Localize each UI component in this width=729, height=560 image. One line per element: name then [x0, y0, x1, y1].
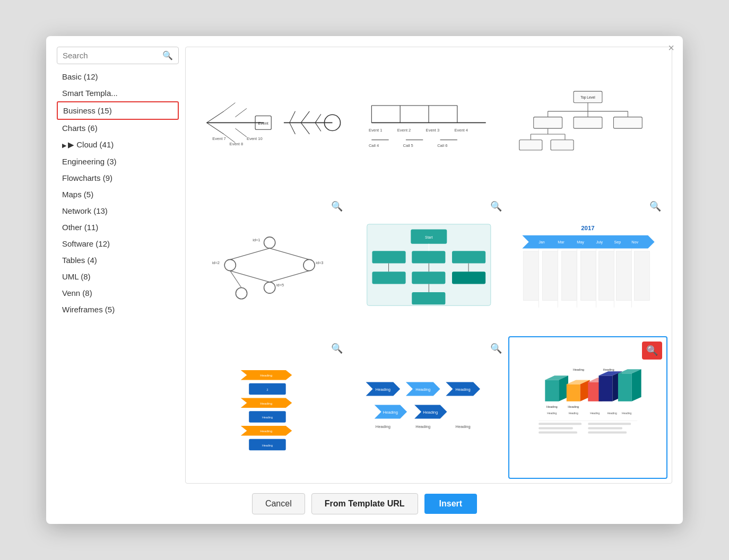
svg-rect-76 [452, 272, 485, 284]
svg-text:Call 5: Call 5 [403, 143, 413, 148]
template-card-barchart[interactable]: 🔍 Heading Heading Heading [508, 336, 667, 479]
svg-rect-77 [412, 292, 445, 304]
svg-text:Event 10: Event 10 [247, 136, 263, 141]
svg-rect-145 [618, 373, 632, 401]
sidebar-item-cloud[interactable]: ▶ Cloud (41) [57, 136, 179, 153]
template-card-org[interactable]: Top Level [508, 51, 667, 194]
svg-line-13 [301, 111, 309, 123]
svg-line-2 [207, 122, 224, 134]
template-card-network[interactable]: 🔍 id=1 id=2 i [190, 194, 349, 337]
svg-text:Event 2: Event 2 [397, 127, 411, 132]
template-grid: Event Event 7 Event 8 Event 10 [185, 47, 672, 484]
search-input[interactable] [63, 51, 162, 60]
template-preview-flowchart: Start [354, 220, 503, 310]
insert-button[interactable]: Insert [424, 494, 478, 514]
zoom-icon-flowchart[interactable]: 🔍 [489, 199, 503, 213]
template-preview-event: Event 1 Event 2 Event 3 Event 4 Call 4 C… [354, 77, 503, 168]
sidebar-item-venn[interactable]: Venn (8) [57, 285, 179, 301]
sidebar-item-software[interactable]: Software (12) [57, 235, 179, 252]
zoom-icon-network[interactable]: 🔍 [330, 199, 344, 213]
svg-rect-158 [588, 427, 622, 429]
svg-rect-71 [372, 251, 405, 263]
sidebar-item-flowcharts[interactable]: Flowcharts (9) [57, 170, 179, 186]
zoom-icon-process[interactable]: 🔍 [330, 342, 344, 355]
template-card-event[interactable]: Event 1 Event 2 Event 3 Event 4 Call 4 C… [349, 51, 508, 194]
svg-text:Jan: Jan [539, 240, 545, 244]
dialog-body: 🔍 Basic (12)Smart Templa...Business (15)… [46, 36, 683, 484]
sidebar-item-other[interactable]: Other (11) [57, 219, 179, 235]
svg-line-5 [235, 108, 247, 117]
svg-rect-72 [412, 251, 445, 263]
svg-text:Heading: Heading [568, 405, 579, 408]
sidebar-item-uml[interactable]: UML (8) [57, 268, 179, 285]
template-card-fishbone[interactable]: Event Event 7 Event 8 Event 10 [190, 51, 349, 194]
svg-rect-47 [613, 117, 642, 129]
svg-point-57 [264, 282, 275, 293]
close-button[interactable]: × [668, 42, 674, 53]
svg-rect-154 [539, 423, 582, 425]
svg-rect-159 [588, 431, 627, 433]
search-box: 🔍 [57, 47, 179, 64]
sidebar-item-maps[interactable]: Maps (5) [57, 186, 179, 203]
svg-line-11 [290, 111, 296, 123]
template-preview-barchart: Heading Heading Heading Heading [514, 363, 662, 453]
svg-text:Event 1: Event 1 [369, 127, 383, 132]
svg-rect-142 [598, 375, 612, 401]
svg-text:Heading: Heading [376, 424, 390, 428]
svg-rect-73 [452, 251, 485, 263]
sidebar-item-basic[interactable]: Basic (12) [57, 68, 179, 85]
sidebar-item-engineering[interactable]: Engineering (3) [57, 153, 179, 170]
svg-rect-52 [519, 140, 542, 150]
svg-text:Heading: Heading [260, 429, 273, 433]
template-preview-steps: Heading Heading Heading Heading Heading … [354, 363, 503, 453]
zoom-icon-timeline[interactable]: 🔍 [648, 199, 662, 213]
svg-rect-46 [574, 117, 602, 129]
svg-text:Event 7: Event 7 [212, 136, 226, 141]
svg-text:Heading: Heading [415, 387, 430, 391]
sidebar-item-wireframes[interactable]: Wireframes (5) [57, 301, 179, 318]
svg-text:Event 4: Event 4 [454, 127, 468, 132]
template-preview-process: Heading 2 Heading Heading Heading [195, 363, 344, 453]
svg-text:id=5: id=5 [276, 283, 284, 287]
svg-point-55 [224, 259, 236, 270]
template-card-timeline[interactable]: 🔍 2017 Jan Mar May July Sep Nov [508, 194, 667, 337]
svg-rect-102 [617, 251, 632, 301]
zoom-icon-steps[interactable]: 🔍 [489, 342, 503, 355]
svg-text:Heading: Heading [456, 387, 471, 391]
svg-text:Start: Start [425, 235, 432, 239]
svg-text:Heading: Heading [262, 416, 273, 419]
svg-text:2: 2 [267, 388, 268, 391]
sidebar-item-charts[interactable]: Charts (6) [57, 120, 179, 136]
from-template-url-button[interactable]: From Template URL [311, 493, 418, 514]
svg-text:Heading: Heading [568, 412, 578, 415]
template-card-flowchart[interactable]: 🔍 Start [349, 194, 508, 337]
svg-text:Heading: Heading [547, 412, 557, 415]
svg-rect-101 [599, 251, 614, 301]
svg-text:Event 8: Event 8 [230, 142, 244, 146]
svg-line-61 [230, 271, 270, 282]
template-card-steps[interactable]: 🔍 Heading Heading Heading Heading [349, 336, 508, 479]
svg-rect-103 [635, 251, 650, 301]
svg-rect-97 [523, 251, 539, 301]
svg-line-12 [290, 122, 296, 134]
template-card-process[interactable]: 🔍 Heading 2 Heading Heading [190, 336, 349, 479]
svg-rect-98 [542, 251, 558, 301]
sidebar-item-tables[interactable]: Tables (4) [57, 252, 179, 268]
template-preview-fishbone: Event Event 7 Event 8 Event 10 [195, 77, 344, 168]
zoom-icon-barchart[interactable]: 🔍 [642, 342, 662, 360]
cancel-button[interactable]: Cancel [252, 493, 305, 514]
svg-rect-99 [562, 251, 577, 301]
svg-marker-147 [632, 369, 641, 401]
sidebar-item-network[interactable]: Network (13) [57, 203, 179, 219]
svg-line-59 [230, 248, 270, 259]
sidebar-item-business[interactable]: Business (15) [57, 101, 179, 120]
svg-text:Heading: Heading [260, 401, 273, 405]
svg-text:Heading: Heading [603, 368, 614, 371]
svg-text:Event 3: Event 3 [426, 127, 440, 132]
svg-rect-131 [545, 380, 559, 401]
svg-rect-155 [539, 427, 573, 429]
svg-text:Event: Event [258, 121, 269, 126]
sidebar-item-smart-templates[interactable]: Smart Templa... [57, 85, 179, 101]
svg-text:Heading: Heading [590, 412, 600, 415]
svg-text:Nov: Nov [631, 240, 638, 244]
